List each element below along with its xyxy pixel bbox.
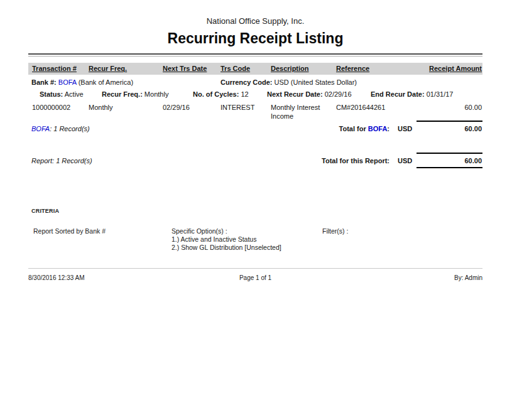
report-total-label: Total for this Report: [322, 153, 389, 164]
report-total-currency: USD [398, 153, 415, 164]
col-header-receipt-amount: Receipt Amount [415, 65, 482, 72]
cell-receipt-amount: 60.00 [415, 103, 482, 121]
bank-total-row: BOFA: 1 Record(s) Total for BOFA: USD 60… [28, 121, 482, 132]
criteria-option-1: 1.) Active and Inactive Status [172, 235, 322, 244]
cell-trs-code: INTEREST [221, 103, 271, 121]
col-header-next-trs-date: Next Trs Date [163, 65, 221, 72]
report-total-amount: 60.00 [417, 153, 482, 168]
report-content: National Office Supply, Inc. Recurring R… [28, 0, 482, 252]
title-divider [28, 53, 482, 57]
currency-code-value: USD (United States Dollar) [275, 78, 357, 86]
status-label: Status: [40, 90, 63, 98]
next-recur-date-value: 02/29/16 [325, 90, 352, 98]
cycles-label: No. of Cycles: [193, 90, 239, 98]
report-total: Total for this Report: USD 60.00 [322, 153, 482, 168]
criteria-options: Specific Option(s) : 1.) Active and Inac… [172, 227, 322, 252]
criteria-option-2: 2.) Show GL Distribution [Unselected] [172, 244, 322, 252]
col-header-trs-code: Trs Code [221, 65, 271, 72]
footer-datetime: 8/30/2016 12:33 AM [28, 274, 239, 281]
report-footer: 8/30/2016 12:33 AM Page 1 of 1 By: Admin [28, 268, 482, 281]
col-header-transaction: Transaction # [32, 65, 89, 72]
report-page: National Office Supply, Inc. Recurring R… [0, 0, 512, 420]
status-row: Status: Active Recur Freq.: Monthly No. … [28, 90, 482, 99]
bank-code-link[interactable]: BOFA [31, 125, 50, 132]
bank-total-label: Total for BOFA: [339, 121, 389, 132]
recur-freq-field: Recur Freq.: Monthly [102, 90, 168, 98]
bank-record-count-text: : 1 Record(s) [50, 125, 90, 132]
status-value: Active [65, 90, 84, 98]
cell-description: Monthly Interest Income [271, 103, 336, 121]
bank-info-row: Bank #: BOFA (Bank of America) Currency … [28, 78, 482, 86]
bank-number-label: Bank #: [31, 78, 57, 86]
recur-freq-value: Monthly [144, 90, 169, 98]
criteria-options-label: Specific Option(s) : [172, 227, 322, 235]
criteria-section: Report Sorted by Bank # Specific Option(… [33, 227, 482, 252]
cycles-field: No. of Cycles: 12 [193, 90, 249, 98]
bank-code-link[interactable]: BOFA [58, 78, 77, 86]
end-recur-date-label: End Recur Date: [371, 90, 425, 98]
cycles-value: 12 [241, 90, 248, 98]
col-header-reference: Reference [336, 65, 415, 72]
next-recur-date-label: Next Recur Date: [267, 90, 323, 98]
next-recur-date-field: Next Recur Date: 02/29/16 [267, 90, 352, 98]
end-recur-date-value: 01/31/17 [427, 90, 454, 98]
report-record-count: Report: 1 Record(s) [28, 153, 322, 164]
footer-page-number: Page 1 of 1 [239, 274, 271, 281]
company-name: National Office Supply, Inc. [28, 0, 482, 26]
bank-total-label-prefix: Total for [339, 125, 368, 132]
criteria-sorted-by: Report Sorted by Bank # [33, 227, 172, 252]
recur-freq-label: Recur Freq.: [102, 90, 143, 98]
bank-number: Bank #: BOFA (Bank of America) [31, 78, 221, 86]
bank-total-label-suffix: : [387, 125, 389, 132]
bank-record-count: BOFA: 1 Record(s) [28, 121, 339, 132]
criteria-filters-label: Filter(s) : [322, 227, 482, 252]
cell-recur-freq: Monthly [89, 103, 163, 121]
criteria-heading: CRITERIA [31, 208, 482, 214]
report-total-row: Report: 1 Record(s) Total for this Repor… [28, 153, 482, 168]
bank-total: Total for BOFA: USD 60.00 [339, 121, 482, 132]
col-header-recur-freq: Recur Freq. [89, 65, 163, 72]
bank-total-currency: USD [398, 121, 415, 132]
end-recur-date-field: End Recur Date: 01/31/17 [371, 90, 453, 98]
cell-reference: CM#201644261 [336, 103, 415, 121]
footer-generated-by: By: Admin [271, 274, 482, 281]
currency-code-label: Currency Code: [221, 78, 273, 86]
bank-name: (Bank of America) [79, 78, 133, 86]
currency-code: Currency Code: USD (United States Dollar… [221, 78, 482, 86]
bank-code-link[interactable]: BOFA [368, 125, 388, 132]
table-header-row: Transaction # Recur Freq. Next Trs Date … [28, 63, 482, 75]
table-row: 1000000002 Monthly 02/29/16 INTEREST Mon… [28, 103, 482, 121]
cell-transaction: 1000000002 [32, 103, 89, 121]
status-field: Status: Active [40, 90, 84, 98]
cell-next-trs-date: 02/29/16 [163, 103, 221, 121]
bank-total-amount: 60.00 [417, 121, 482, 132]
report-title: Recurring Receipt Listing [28, 30, 482, 47]
col-header-description: Description [271, 65, 336, 72]
